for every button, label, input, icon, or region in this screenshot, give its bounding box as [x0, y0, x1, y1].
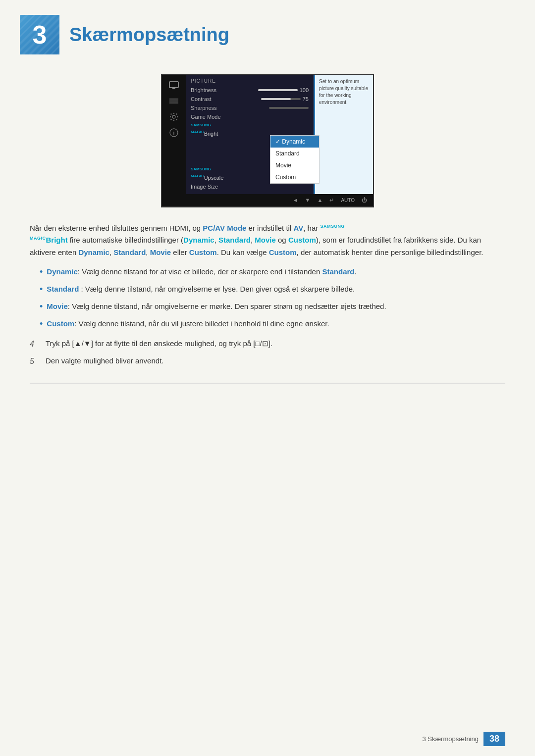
menu-item-sharpness: Sharpness — [191, 103, 309, 112]
content-section: Når den eksterne enhed tilsluttes gennem… — [0, 217, 535, 383]
menu-content: PICTURE Brightness 100 Contrast — [186, 75, 314, 194]
bright-text: Bright — [204, 130, 218, 136]
contrast-bar-container: 75 — [212, 96, 309, 102]
bullet-dynamic: Dynamic: Vælg denne tilstand for at vise… — [40, 266, 505, 278]
brightness-label: Brightness — [191, 87, 216, 93]
page-header: 3 Skærmopsætning — [0, 0, 535, 64]
magic-upscale-label: SAMSUNGMAGICUpscale — [191, 167, 223, 180]
svg-point-9 — [177, 116, 178, 117]
menu-section-title: PICTURE — [191, 78, 309, 84]
btn-left[interactable]: ◄ — [291, 196, 300, 204]
image-size-label: Image Size — [191, 184, 218, 190]
menu-item-brightness: Brightness 100 — [191, 86, 309, 95]
svg-point-7 — [173, 120, 174, 121]
svg-point-11 — [176, 119, 177, 120]
step-4-number: 4 — [30, 338, 40, 351]
btn-power[interactable]: ⏻ — [360, 196, 369, 204]
dynamic-inline2: Dynamic — [78, 248, 109, 256]
bullet-custom: Custom: Vælg denne tilstand, når du vil … — [40, 318, 505, 330]
svg-point-6 — [173, 113, 174, 114]
svg-point-5 — [172, 115, 175, 118]
contrast-bar-fill — [261, 98, 291, 100]
menu-item-contrast: Contrast 75 — [191, 95, 309, 103]
bright-highlight: Bright — [46, 236, 68, 244]
chapter-title: Skærmopsætning — [69, 24, 229, 46]
bullet-movie-content: Movie: Vælg denne tilstand, når omgivels… — [47, 301, 386, 312]
brightness-value: 100 — [300, 87, 309, 93]
page-number: 38 — [489, 734, 499, 744]
bullet-movie: Movie: Vælg denne tilstand, når omgivels… — [40, 301, 505, 313]
sharpness-bar-container — [217, 107, 309, 109]
bullet-standard: Standard : Vælg denne tilstand, når omgi… — [40, 283, 505, 296]
menu-icon-gear[interactable] — [165, 110, 183, 124]
chapter-number: 3 — [33, 22, 47, 48]
dropdown-item-custom[interactable]: Custom — [270, 171, 319, 183]
bullet-standard-content: Standard : Vælg denne tilstand, når omgi… — [47, 283, 355, 295]
brightness-bar-container: 100 — [216, 87, 309, 93]
brightness-bar — [258, 89, 298, 91]
bullet-list: Dynamic: Vælg denne tilstand for at vise… — [40, 266, 505, 331]
btn-auto[interactable]: AUTO — [339, 197, 357, 204]
monitor-section: i PICTURE Brightness 100 — [0, 64, 535, 217]
step-4: 4 Tryk på [▲/▼] for at flytte til den øn… — [30, 338, 505, 351]
svg-text:i: i — [173, 130, 175, 136]
standard-inline2: Standard — [113, 248, 146, 256]
sharpness-label: Sharpness — [191, 105, 217, 111]
menu-icon-info[interactable]: i — [165, 126, 183, 140]
magic-bright-dropdown: Dynamic Standard Movie Custom — [270, 135, 320, 184]
dynamic-label: Dynamic — [47, 267, 78, 276]
monitor-ui: i PICTURE Brightness 100 — [161, 74, 374, 207]
step-5-text: Den valgte mulighed bliver anvendt. — [46, 355, 163, 367]
svg-rect-1 — [172, 88, 175, 89]
footer-chapter-ref: 3 Skærmopsætning — [423, 735, 479, 743]
btn-enter[interactable]: ↵ — [327, 196, 336, 204]
av-text: AV — [293, 224, 303, 232]
standard-ref: Standard — [322, 267, 354, 276]
page-footer: 3 Skærmopsætning 38 — [423, 732, 505, 746]
menu-item-magic-bright: SAMSUNGMAGICBright Dynamic Standard Movi… — [191, 121, 309, 138]
bullet-dynamic-content: Dynamic: Vælg denne tilstand for at vise… — [47, 266, 356, 278]
standard-inline: Standard — [218, 236, 251, 244]
btn-up[interactable]: ▲ — [316, 196, 325, 204]
sharpness-bar — [269, 107, 309, 109]
menu-item-game-mode: Game Mode — [191, 112, 309, 121]
custom-inline: Custom — [288, 236, 316, 244]
monitor-bottom-bar: ◄ ▼ ▲ ↵ AUTO ⏻ — [162, 194, 373, 206]
custom-inline2: Custom — [189, 248, 217, 256]
contrast-bar — [261, 98, 301, 100]
side-note: Set to an optimum picture quality suitab… — [314, 75, 373, 194]
svg-point-8 — [170, 116, 171, 117]
page-number-box: 38 — [483, 732, 505, 746]
brightness-bar-fill — [258, 89, 298, 91]
step-5-number: 5 — [30, 355, 40, 368]
upscale-text: Upscale — [204, 175, 224, 181]
game-mode-label: Game Mode — [191, 114, 221, 120]
contrast-value: 75 — [303, 96, 309, 102]
btn-down[interactable]: ▼ — [303, 196, 313, 204]
menu-icon-lines[interactable] — [165, 94, 183, 108]
movie-label: Movie — [47, 302, 68, 310]
dropdown-item-standard[interactable]: Standard — [270, 148, 319, 159]
step-4-text: Tryk på [▲/▼] for at flytte til den ønsk… — [46, 338, 272, 350]
svg-rect-0 — [169, 82, 178, 88]
monitor-wrapper: i PICTURE Brightness 100 — [161, 74, 374, 207]
contrast-label: Contrast — [191, 96, 212, 102]
chapter-number-box: 3 — [20, 15, 59, 54]
footer-separator — [30, 383, 505, 384]
standard-label: Standard — [47, 285, 79, 293]
menu-icon-picture[interactable] — [165, 78, 183, 92]
magic-bright-label: SAMSUNGMAGICBright — [191, 123, 218, 136]
dynamic-inline: Dynamic — [183, 236, 214, 244]
movie-inline2: Movie — [150, 248, 171, 256]
svg-point-13 — [170, 119, 171, 120]
dropdown-item-dynamic[interactable]: Dynamic — [270, 136, 319, 148]
step-5: 5 Den valgte mulighed bliver anvendt. — [30, 355, 505, 368]
bullet-custom-content: Custom: Vælg denne tilstand, når du vil … — [47, 318, 329, 330]
paragraph-1: Når den eksterne enhed tilsluttes gennem… — [30, 222, 505, 259]
menu-icons-column: i — [162, 75, 186, 194]
pc-av-mode-text: PC/AV Mode — [203, 224, 246, 232]
custom-inline3: Custom — [269, 248, 297, 256]
movie-inline: Movie — [255, 236, 276, 244]
dropdown-item-movie[interactable]: Movie — [270, 159, 319, 171]
svg-point-12 — [176, 113, 177, 114]
